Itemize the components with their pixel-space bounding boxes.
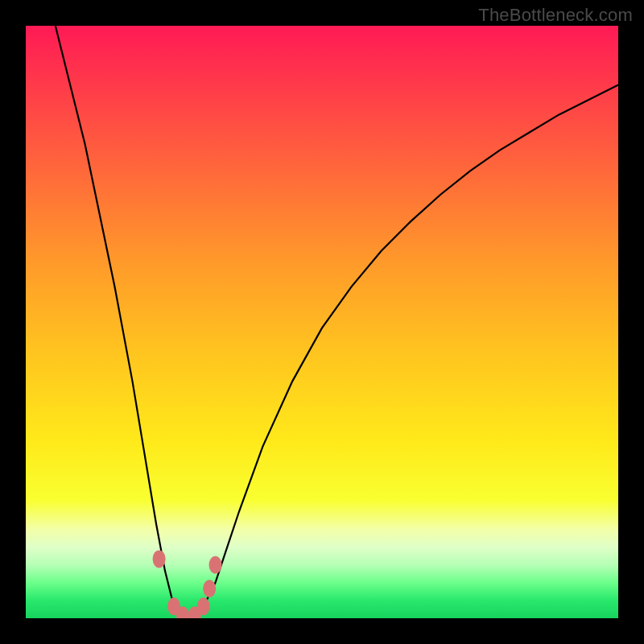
- curve-marker: [197, 597, 210, 615]
- curve-marker: [153, 550, 166, 568]
- plot-area: [26, 26, 618, 618]
- curve-layer: [26, 26, 618, 618]
- bottleneck-curve: [56, 26, 618, 618]
- watermark-text: TheBottleneck.com: [478, 5, 633, 26]
- curve-marker: [203, 580, 216, 597]
- curve-markers: [153, 550, 222, 618]
- chart-frame: TheBottleneck.com: [0, 0, 644, 644]
- curve-marker: [209, 556, 222, 574]
